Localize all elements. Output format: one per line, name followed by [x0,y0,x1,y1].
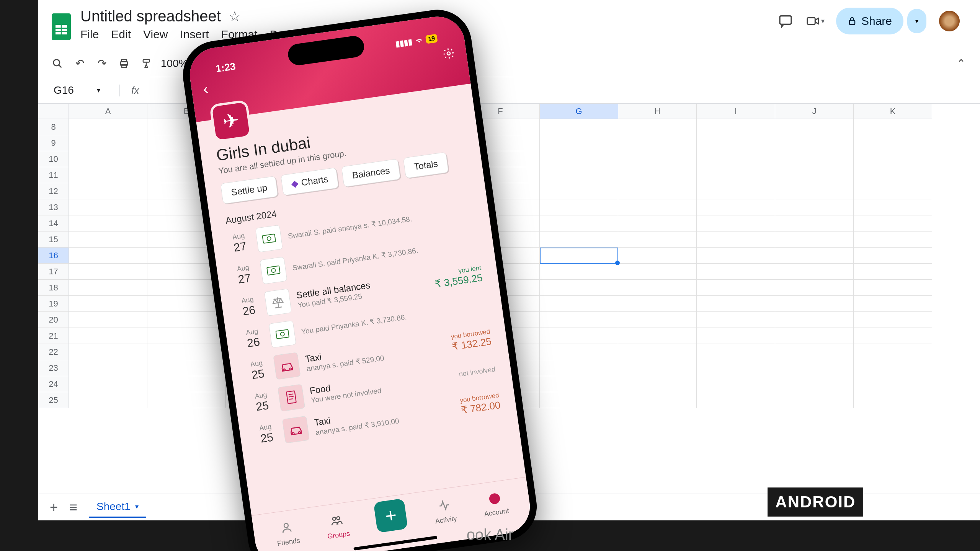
totals-button[interactable]: Totals [403,152,449,178]
row-header-11[interactable]: 11 [38,167,69,183]
row-header-22[interactable]: 22 [38,344,69,360]
grid-cell[interactable] [854,199,932,215]
row-header-24[interactable]: 24 [38,376,69,392]
grid-cell[interactable] [69,360,147,376]
add-expense-fab[interactable]: + [374,498,408,533]
grid-cell[interactable] [618,199,697,215]
row-header-9[interactable]: 9 [38,135,69,151]
sheet-tab-1[interactable]: Sheet1 ▾ [89,497,146,518]
grid-cell[interactable] [540,296,618,312]
grid-cell[interactable] [854,167,932,183]
grid-cell[interactable] [540,215,618,231]
grid-cell[interactable] [540,264,618,280]
grid-cell[interactable] [618,215,697,231]
grid-cell[interactable] [697,199,775,215]
grid-cell[interactable] [540,344,618,360]
grid-cell[interactable] [697,344,775,360]
grid-cell[interactable] [540,312,618,328]
grid-cell[interactable] [854,328,932,344]
grid-cell[interactable] [618,264,697,280]
balances-button[interactable]: Balances [341,159,401,187]
grid-cell[interactable] [618,392,697,408]
grid-cell[interactable] [697,312,775,328]
row-header-20[interactable]: 20 [38,312,69,328]
grid-cell[interactable] [775,231,854,248]
grid-cell[interactable] [618,151,697,167]
nav-activity[interactable]: Activity [432,498,457,525]
grid-cell[interactable] [69,264,147,280]
charts-button[interactable]: ◆Charts [281,167,339,196]
grid-cell[interactable] [618,248,697,264]
grid-cell[interactable] [854,119,932,135]
grid-cell[interactable] [540,376,618,392]
grid-cell[interactable] [775,119,854,135]
grid-cell[interactable] [697,360,775,376]
col-header-A[interactable]: A [69,104,147,119]
grid-cell[interactable] [69,215,147,231]
fill-handle[interactable] [615,261,620,265]
undo-icon[interactable]: ↶ [72,56,87,71]
grid-cell[interactable] [775,312,854,328]
share-dropdown-icon[interactable]: ▾ [907,9,926,33]
grid-cell[interactable] [618,360,697,376]
grid-cell[interactable] [618,231,697,248]
all-sheets-icon[interactable]: ≡ [69,499,77,515]
name-box[interactable]: G16 ▾ [46,81,108,99]
grid-cell[interactable] [854,344,932,360]
grid-cell[interactable] [618,280,697,296]
row-header-18[interactable]: 18 [38,280,69,296]
grid-cell[interactable] [147,376,226,392]
grid-cell[interactable] [147,312,226,328]
grid-cell[interactable] [854,135,932,151]
row-header-15[interactable]: 15 [38,231,69,248]
grid-cell[interactable] [775,151,854,167]
grid-cell[interactable] [854,280,932,296]
grid-cell[interactable] [69,248,147,264]
grid-cell[interactable] [540,151,618,167]
grid-cell[interactable] [618,312,697,328]
grid-cell[interactable] [69,328,147,344]
grid-cell[interactable] [540,392,618,408]
grid-cell[interactable] [697,248,775,264]
grid-cell[interactable] [854,296,932,312]
grid-cell[interactable] [69,231,147,248]
grid-cell[interactable] [775,167,854,183]
grid-cell[interactable] [697,119,775,135]
grid-cell[interactable] [69,392,147,408]
grid-cell[interactable] [775,392,854,408]
user-avatar[interactable] [938,10,961,33]
col-header-G[interactable]: G [540,104,618,119]
nav-friends[interactable]: Friends [274,520,301,548]
row-header-13[interactable]: 13 [38,199,69,215]
grid-cell[interactable] [775,264,854,280]
grid-cell[interactable] [618,296,697,312]
grid-cell[interactable] [697,296,775,312]
grid-cell[interactable] [69,151,147,167]
grid-cell[interactable] [697,135,775,151]
col-header-I[interactable]: I [697,104,775,119]
grid-cell[interactable] [697,231,775,248]
grid-cell[interactable] [540,360,618,376]
grid-cell[interactable] [854,312,932,328]
grid-cell[interactable] [69,376,147,392]
grid-cell[interactable] [775,215,854,231]
sheets-logo-icon[interactable] [50,11,73,42]
video-call-icon[interactable]: ▾ [806,12,825,30]
grid-cell[interactable] [540,119,618,135]
grid-cell[interactable] [540,167,618,183]
grid-cell[interactable] [854,231,932,248]
redo-icon[interactable]: ↷ [94,56,109,71]
row-header-14[interactable]: 14 [38,215,69,231]
paint-format-icon[interactable] [139,56,154,71]
print-icon[interactable] [116,56,132,71]
grid-cell[interactable] [618,119,697,135]
grid-cell[interactable] [618,167,697,183]
grid-cell[interactable] [697,151,775,167]
settle-up-button[interactable]: Settle up [220,176,278,204]
nav-account[interactable]: Account [482,491,510,518]
menu-insert[interactable]: Insert [180,28,209,41]
grid-cell[interactable] [697,167,775,183]
grid-cell[interactable] [69,119,147,135]
grid-cell[interactable] [775,376,854,392]
grid-cell[interactable] [69,183,147,199]
